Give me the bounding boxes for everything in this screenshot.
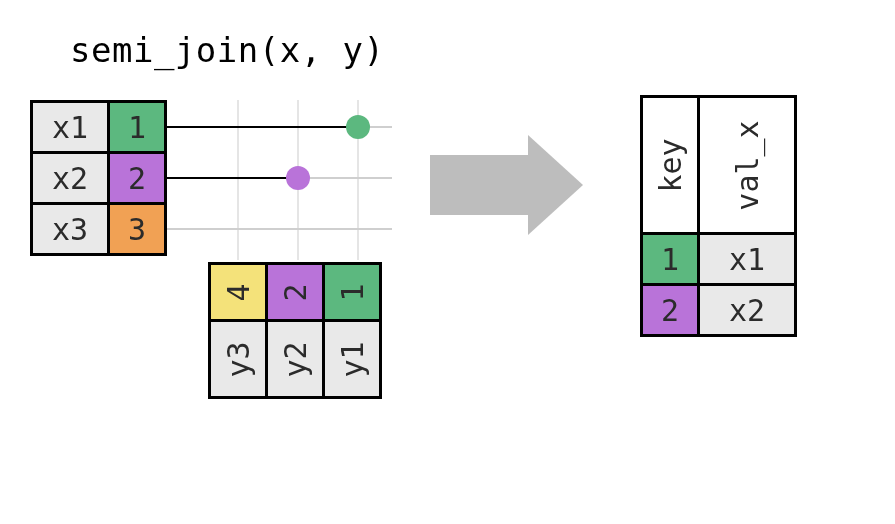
result-row-0-val: x1: [697, 232, 797, 286]
match-dot-0: [346, 115, 370, 139]
x-row-2-key: 3: [107, 202, 167, 256]
result-header-key: key: [640, 95, 700, 235]
match-line-row-1: [167, 177, 297, 179]
match-dot-1: [286, 166, 310, 190]
y-col-1-val: y2: [265, 319, 325, 399]
x-row-2-val: x3: [30, 202, 110, 256]
x-row-1-val: x2: [30, 151, 110, 205]
match-line-row-1-ext: [297, 177, 392, 179]
y-col-2-key: 1: [322, 262, 382, 322]
result-row-1-key: 2: [640, 283, 700, 337]
diagram-title: semi_join(x, y): [70, 30, 385, 70]
match-line-row-0: [167, 126, 357, 128]
y-col-0-key: 4: [208, 262, 268, 322]
y-col-1-key: 2: [265, 262, 325, 322]
y-col-2-val: y1: [322, 319, 382, 399]
no-match-line-row-2: [167, 228, 392, 230]
x-row-0-val: x1: [30, 100, 110, 154]
result-arrow-head-icon: [528, 135, 583, 235]
result-header-valx: val_x: [697, 95, 797, 235]
y-col-0-val: y3: [208, 319, 268, 399]
result-arrow-icon: [430, 155, 530, 215]
x-row-1-key: 2: [107, 151, 167, 205]
x-row-0-key: 1: [107, 100, 167, 154]
result-row-1-val: x2: [697, 283, 797, 337]
result-row-0-key: 1: [640, 232, 700, 286]
guide-y-col-0: [237, 100, 239, 260]
